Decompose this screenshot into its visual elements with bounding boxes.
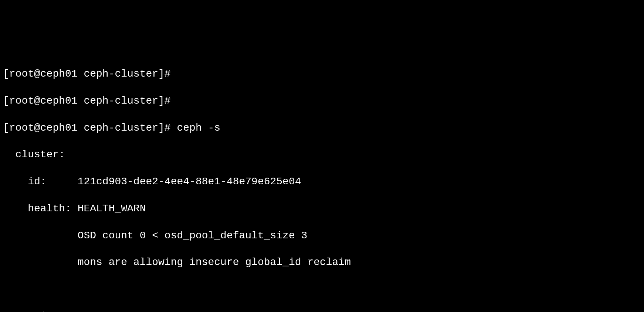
output-health: health: HEALTH_WARN (3, 202, 641, 215)
output-services-header: services: (3, 310, 641, 312)
output-cluster-id: id: 121cd903-dee2-4ee4-88e1-48e79e625e04 (3, 175, 641, 188)
output-blank (3, 283, 641, 296)
output-health-warn1: OSD count 0 < osd_pool_default_size 3 (3, 229, 641, 242)
output-cluster-header: cluster: (3, 148, 641, 161)
prompt-line-command: [root@ceph01 ceph-cluster]# ceph -s (3, 121, 641, 135)
prompt-line-empty: [root@ceph01 ceph-cluster]# (3, 94, 641, 108)
prompt-line-partial: [root@ceph01 ceph-cluster]# (3, 67, 641, 81)
output-health-warn2: mons are allowing insecure global_id rec… (3, 256, 641, 269)
terminal-window[interactable]: [root@ceph01 ceph-cluster]# [root@ceph01… (0, 54, 644, 312)
